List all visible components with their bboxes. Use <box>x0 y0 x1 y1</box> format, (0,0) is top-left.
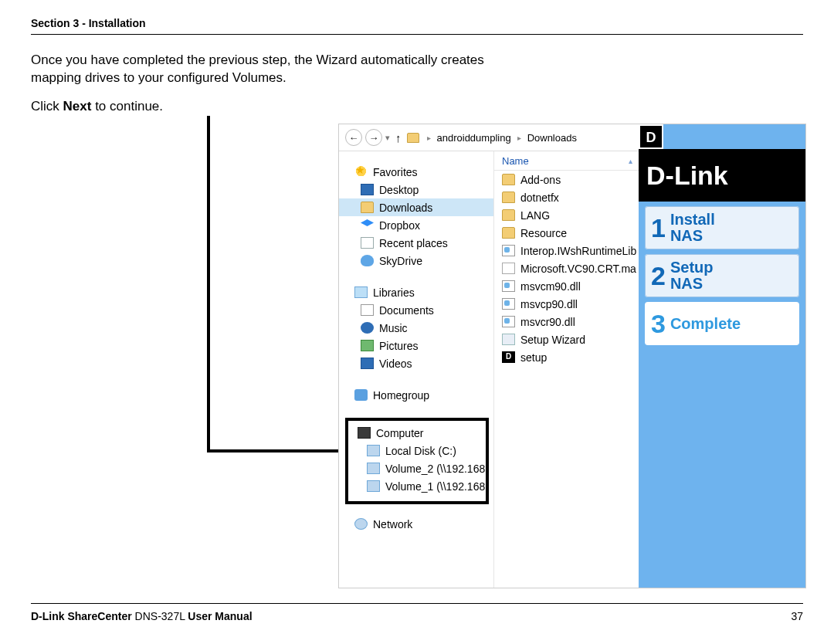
file-row[interactable]: Add-ons <box>494 171 640 188</box>
page-footer: D-Link ShareCenter DNS-327L User Manual … <box>31 603 803 622</box>
tree-label: Downloads <box>379 202 432 214</box>
section-header: Section 3 - Installation <box>31 17 803 35</box>
callout-line-horizontal <box>207 449 346 452</box>
para2-bold: Next <box>63 99 92 114</box>
tree-label: Volume_2 (\\192.168 <box>385 463 485 475</box>
file-name: Resource <box>520 227 567 239</box>
folder-icon <box>407 133 419 143</box>
tree-documents[interactable]: Documents <box>339 301 493 319</box>
tree-label: Pictures <box>379 340 419 352</box>
computer-icon <box>358 427 371 439</box>
network-drive-icon <box>367 480 380 492</box>
instruction-paragraph-2: Click Next to continue. <box>31 98 525 116</box>
callout-line-vertical <box>207 116 210 449</box>
dll-icon <box>502 298 515 310</box>
column-header-name[interactable]: Name ▴ <box>494 151 640 171</box>
file-name: Setup Wizard <box>520 334 585 346</box>
wizard-step[interactable]: 2SetupNAS <box>645 254 799 297</box>
file-name: setup <box>520 351 547 364</box>
file-name: msvcp90.dll <box>520 298 578 310</box>
folder-icon <box>361 202 374 213</box>
step-label: Complete <box>670 316 741 332</box>
file-name: LANG <box>520 209 550 222</box>
favorites-group: Favorites Desktop Downloads Dropbox Rece… <box>339 163 493 269</box>
tree-local-disk[interactable]: Local Disk (C:) <box>348 442 486 459</box>
file-row[interactable]: dotnetfx <box>494 188 640 206</box>
tree-computer[interactable]: Computer <box>348 424 486 442</box>
tree-downloads[interactable]: Downloads <box>339 198 493 216</box>
tree-homegroup[interactable]: Homegroup <box>339 386 493 404</box>
para2-post: to continue. <box>91 99 163 114</box>
file-row[interactable]: msvcp90.dll <box>494 295 640 313</box>
back-button[interactable]: ← <box>345 129 362 146</box>
tree-volume2[interactable]: Volume_2 (\\192.168 <box>348 459 486 477</box>
file-name: msvcr90.dll <box>520 316 575 328</box>
tree-volume1[interactable]: Volume_1 (\\192.168 <box>348 477 486 495</box>
desktop-icon <box>361 184 374 195</box>
breadcrumb-sep-icon: ▸ <box>514 134 524 142</box>
file-row[interactable]: Dsetup <box>494 348 640 366</box>
file-icon <box>502 263 515 274</box>
sort-asc-icon: ▴ <box>629 157 632 165</box>
footer-bold1: D-Link ShareCenter <box>31 610 132 622</box>
file-name: Interop.IWshRuntimeLib <box>520 245 636 257</box>
wizard-step[interactable]: 3Complete <box>645 302 799 345</box>
forward-button[interactable]: → <box>365 129 382 146</box>
tree-pictures[interactable]: Pictures <box>339 337 493 354</box>
tree-label: Videos <box>379 358 412 370</box>
music-icon <box>361 322 374 334</box>
tree-recent[interactable]: Recent places <box>339 234 493 252</box>
dlink-icon: D <box>502 351 515 363</box>
tree-favorites[interactable]: Favorites <box>339 163 493 181</box>
dll-icon <box>502 316 515 327</box>
footer-page-number: 37 <box>791 610 803 622</box>
file-name: Microsoft.VC90.CRT.ma <box>520 263 636 275</box>
step-label: SetupNAS <box>670 259 714 292</box>
wizard-steps: 1InstallNAS2SetupNAS3Complete <box>639 206 805 345</box>
network-label: Network <box>373 518 412 530</box>
skydrive-icon <box>361 255 374 266</box>
instruction-paragraph-1: Once you have completed the previous ste… <box>31 52 525 87</box>
file-row[interactable]: Interop.IWshRuntimeLib <box>494 242 640 259</box>
folder-icon <box>502 227 515 239</box>
explorer-toolbar: ← → ▾ ↑ ▸ androiddumpling ▸ Downloads <box>339 124 640 151</box>
file-row[interactable]: msvcm90.dll <box>494 277 640 295</box>
file-row[interactable]: Microsoft.VC90.CRT.ma <box>494 259 640 277</box>
col-name-label: Name <box>502 155 529 167</box>
tree-label: Documents <box>379 304 434 317</box>
up-button[interactable]: ↑ <box>393 131 404 144</box>
computer-label: Computer <box>376 427 423 439</box>
para2-pre: Click <box>31 99 63 114</box>
file-row[interactable]: Setup Wizard <box>494 330 640 348</box>
wizard-step[interactable]: 1InstallNAS <box>645 206 799 249</box>
file-row[interactable]: Resource <box>494 224 640 242</box>
recent-icon <box>361 237 374 249</box>
file-row[interactable]: LANG <box>494 206 640 224</box>
history-dropdown-icon[interactable]: ▾ <box>385 133 390 143</box>
tree-libraries[interactable]: Libraries <box>339 283 493 301</box>
tree-network[interactable]: Network <box>339 515 493 533</box>
dlink-tab-icon: D <box>639 124 663 149</box>
tree-label: Volume_1 (\\192.168 <box>385 480 485 493</box>
footer-mid: DNS-327L <box>132 610 188 622</box>
footer-product: D-Link ShareCenter DNS-327L User Manual <box>31 610 253 622</box>
file-row[interactable]: msvcr90.dll <box>494 313 640 330</box>
breadcrumb-folder2[interactable]: Downloads <box>527 132 577 144</box>
step-number: 1 <box>651 213 666 243</box>
file-list: Add-onsdotnetfxLANGResourceInterop.IWshR… <box>494 171 640 366</box>
breadcrumb-folder1[interactable]: androiddumpling <box>437 132 511 144</box>
tree-desktop[interactable]: Desktop <box>339 181 493 198</box>
tree-music[interactable]: Music <box>339 319 493 337</box>
tree-label: Desktop <box>379 184 419 196</box>
homegroup-group: Homegroup <box>339 386 493 404</box>
network-icon <box>354 518 368 530</box>
network-group: Network <box>339 515 493 533</box>
file-name: Add-ons <box>520 174 561 186</box>
tree-skydrive[interactable]: SkyDrive <box>339 252 493 269</box>
wizard-brand: D-Link <box>639 149 805 202</box>
tree-videos[interactable]: Videos <box>339 354 493 372</box>
disk-icon <box>367 445 380 456</box>
tree-dropbox[interactable]: Dropbox <box>339 216 493 234</box>
videos-icon <box>361 358 374 369</box>
step-number: 3 <box>651 309 666 339</box>
